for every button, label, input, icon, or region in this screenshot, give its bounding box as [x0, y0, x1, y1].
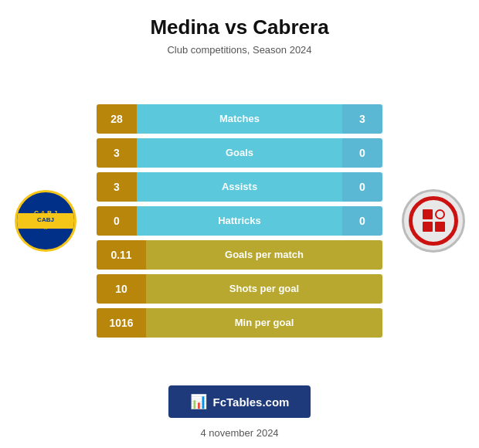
matches-left-value: 28	[97, 104, 137, 134]
lanus-cell-1	[423, 209, 433, 219]
matches-right-value: 3	[342, 104, 382, 134]
lanus-grid	[423, 209, 445, 232]
shots-per-goal-bar: Shots per goal	[146, 274, 382, 304]
min-per-goal-label: Min per goal	[235, 317, 294, 328]
goals-per-match-label: Goals per match	[225, 249, 304, 260]
boca-stripe-label: CABJ	[37, 217, 54, 223]
fctables-banner[interactable]: 📊 FcTables.com	[168, 385, 311, 418]
matches-label: Matches	[219, 113, 260, 124]
boca-content: C.A.B.J CABJ ★	[17, 210, 74, 231]
stat-row-matches: 28 Matches 3	[97, 104, 382, 134]
page-title: Medina vs Cabrera	[150, 15, 328, 39]
goals-left-value: 3	[97, 138, 137, 168]
main-area: C.A.B.J CABJ ★ 28 Matches 3 3 Goals 0 3 …	[0, 68, 479, 373]
lanus-cell-2	[435, 209, 445, 219]
stat-row-assists: 3 Assists 0	[97, 172, 382, 202]
hattricks-right-value: 0	[342, 206, 382, 236]
goals-per-match-bar: Goals per match	[146, 240, 382, 270]
fctables-label: FcTables.com	[213, 395, 290, 409]
lanus-logo	[402, 189, 465, 253]
goals-label: Goals	[226, 147, 253, 158]
goals-per-match-value: 0.11	[97, 240, 146, 270]
hattricks-bar: Hattricks	[137, 206, 342, 236]
lanus-cell-4	[435, 222, 445, 232]
fctables-icon: 📊	[190, 393, 207, 410]
shots-per-goal-value: 10	[97, 274, 146, 304]
boca-logo: C.A.B.J CABJ ★	[15, 190, 76, 252]
lanus-cell-3	[423, 222, 433, 232]
assists-bar: Assists	[137, 172, 342, 202]
goals-bar: Goals	[137, 138, 342, 168]
assists-left-value: 3	[97, 172, 137, 202]
left-club-logo: C.A.B.J CABJ ★	[11, 186, 80, 256]
stat-row-goals: 3 Goals 0	[97, 138, 382, 168]
stat-row-hattricks: 0 Hattricks 0	[97, 206, 382, 236]
stats-container: 28 Matches 3 3 Goals 0 3 Assists 0 0 Hat…	[97, 104, 382, 338]
assists-right-value: 0	[342, 172, 382, 202]
assists-label: Assists	[222, 181, 257, 192]
stat-row-shots-per-goal: 10 Shots per goal	[97, 274, 382, 304]
min-per-goal-bar: Min per goal	[146, 308, 382, 338]
min-per-goal-value: 1016	[97, 308, 146, 338]
footer-date: 4 november 2024	[200, 427, 278, 439]
stat-row-goals-per-match: 0.11 Goals per match	[97, 240, 382, 270]
matches-bar: Matches	[137, 104, 342, 134]
right-club-logo	[399, 186, 468, 256]
subtitle: Club competitions, Season 2024	[167, 44, 311, 56]
boca-bottom-label: ★	[43, 225, 48, 231]
lanus-ring	[409, 196, 458, 246]
stat-row-min-per-goal: 1016 Min per goal	[97, 308, 382, 338]
goals-right-value: 0	[342, 138, 382, 168]
hattricks-label: Hattricks	[218, 215, 261, 226]
hattricks-left-value: 0	[97, 206, 137, 236]
shots-per-goal-label: Shots per goal	[229, 283, 299, 294]
